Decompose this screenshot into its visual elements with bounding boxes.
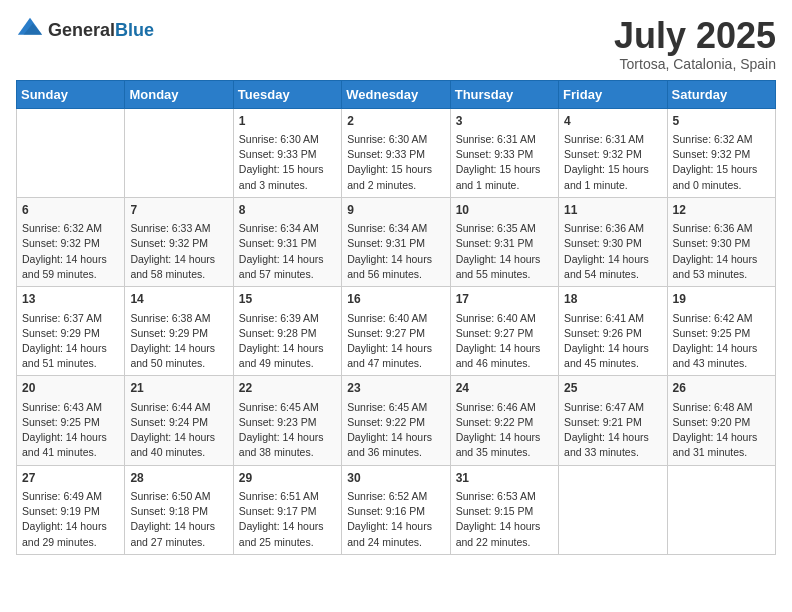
day-info: and 1 minute. (456, 178, 553, 193)
day-info: Sunrise: 6:36 AM (673, 221, 770, 236)
day-info: and 55 minutes. (456, 267, 553, 282)
day-info: Sunset: 9:16 PM (347, 504, 444, 519)
day-info: Sunset: 9:33 PM (239, 147, 336, 162)
day-number: 5 (673, 113, 770, 130)
day-info: Daylight: 14 hours (130, 252, 227, 267)
day-info: and 41 minutes. (22, 445, 119, 460)
page-header: GeneralBlue July 2025 Tortosa, Catalonia… (16, 16, 776, 72)
day-number: 12 (673, 202, 770, 219)
day-info: Sunrise: 6:47 AM (564, 400, 661, 415)
day-info: Sunset: 9:19 PM (22, 504, 119, 519)
day-info: Daylight: 14 hours (239, 519, 336, 534)
day-header-monday: Monday (125, 80, 233, 108)
day-info: Sunrise: 6:40 AM (347, 311, 444, 326)
day-info: Daylight: 14 hours (239, 341, 336, 356)
day-info: Daylight: 14 hours (673, 430, 770, 445)
day-number: 8 (239, 202, 336, 219)
day-cell-13: 13Sunrise: 6:37 AMSunset: 9:29 PMDayligh… (17, 287, 125, 376)
day-info: and 56 minutes. (347, 267, 444, 282)
month-title: July 2025 (614, 16, 776, 56)
day-info: and 43 minutes. (673, 356, 770, 371)
day-info: Sunset: 9:20 PM (673, 415, 770, 430)
day-info: and 1 minute. (564, 178, 661, 193)
day-info: and 58 minutes. (130, 267, 227, 282)
day-cell-4: 4Sunrise: 6:31 AMSunset: 9:32 PMDaylight… (559, 108, 667, 197)
day-header-thursday: Thursday (450, 80, 558, 108)
day-number: 4 (564, 113, 661, 130)
day-info: Sunset: 9:32 PM (130, 236, 227, 251)
day-info: Sunrise: 6:48 AM (673, 400, 770, 415)
week-row-3: 13Sunrise: 6:37 AMSunset: 9:29 PMDayligh… (17, 287, 776, 376)
day-info: Sunrise: 6:41 AM (564, 311, 661, 326)
day-cell-15: 15Sunrise: 6:39 AMSunset: 9:28 PMDayligh… (233, 287, 341, 376)
day-info: Sunrise: 6:31 AM (456, 132, 553, 147)
empty-cell (125, 108, 233, 197)
day-info: and 25 minutes. (239, 535, 336, 550)
day-info: Daylight: 14 hours (456, 341, 553, 356)
day-info: Daylight: 14 hours (347, 430, 444, 445)
day-cell-19: 19Sunrise: 6:42 AMSunset: 9:25 PMDayligh… (667, 287, 775, 376)
day-cell-23: 23Sunrise: 6:45 AMSunset: 9:22 PMDayligh… (342, 376, 450, 465)
empty-cell (667, 465, 775, 554)
empty-cell (559, 465, 667, 554)
day-number: 7 (130, 202, 227, 219)
day-info: Daylight: 14 hours (239, 430, 336, 445)
day-header-saturday: Saturday (667, 80, 775, 108)
day-info: Daylight: 15 hours (456, 162, 553, 177)
day-info: and 3 minutes. (239, 178, 336, 193)
empty-cell (17, 108, 125, 197)
day-number: 20 (22, 380, 119, 397)
day-info: Sunset: 9:28 PM (239, 326, 336, 341)
day-number: 14 (130, 291, 227, 308)
day-cell-31: 31Sunrise: 6:53 AMSunset: 9:15 PMDayligh… (450, 465, 558, 554)
day-cell-1: 1Sunrise: 6:30 AMSunset: 9:33 PMDaylight… (233, 108, 341, 197)
day-info: Daylight: 15 hours (347, 162, 444, 177)
day-number: 16 (347, 291, 444, 308)
day-info: Sunset: 9:32 PM (564, 147, 661, 162)
day-info: and 22 minutes. (456, 535, 553, 550)
day-info: Sunrise: 6:35 AM (456, 221, 553, 236)
logo-text-blue: Blue (115, 20, 154, 40)
day-info: Daylight: 15 hours (239, 162, 336, 177)
day-info: Sunset: 9:24 PM (130, 415, 227, 430)
day-info: Daylight: 14 hours (673, 252, 770, 267)
day-info: Daylight: 14 hours (673, 341, 770, 356)
day-info: Daylight: 14 hours (564, 252, 661, 267)
day-info: Sunset: 9:23 PM (239, 415, 336, 430)
day-info: Sunset: 9:21 PM (564, 415, 661, 430)
days-header-row: SundayMondayTuesdayWednesdayThursdayFrid… (17, 80, 776, 108)
week-row-5: 27Sunrise: 6:49 AMSunset: 9:19 PMDayligh… (17, 465, 776, 554)
day-header-tuesday: Tuesday (233, 80, 341, 108)
day-info: Sunrise: 6:45 AM (239, 400, 336, 415)
day-info: and 2 minutes. (347, 178, 444, 193)
day-info: Daylight: 14 hours (347, 519, 444, 534)
day-info: Sunset: 9:31 PM (456, 236, 553, 251)
day-info: Sunset: 9:32 PM (673, 147, 770, 162)
day-info: and 29 minutes. (22, 535, 119, 550)
day-info: and 51 minutes. (22, 356, 119, 371)
day-cell-29: 29Sunrise: 6:51 AMSunset: 9:17 PMDayligh… (233, 465, 341, 554)
day-cell-9: 9Sunrise: 6:34 AMSunset: 9:31 PMDaylight… (342, 197, 450, 286)
day-cell-30: 30Sunrise: 6:52 AMSunset: 9:16 PMDayligh… (342, 465, 450, 554)
day-info: Sunrise: 6:30 AM (347, 132, 444, 147)
day-info: and 59 minutes. (22, 267, 119, 282)
day-info: Daylight: 15 hours (673, 162, 770, 177)
day-info: Sunrise: 6:53 AM (456, 489, 553, 504)
day-header-friday: Friday (559, 80, 667, 108)
day-info: Sunset: 9:29 PM (130, 326, 227, 341)
day-info: Sunset: 9:33 PM (347, 147, 444, 162)
day-info: Sunset: 9:22 PM (347, 415, 444, 430)
day-number: 25 (564, 380, 661, 397)
day-cell-25: 25Sunrise: 6:47 AMSunset: 9:21 PMDayligh… (559, 376, 667, 465)
day-info: Sunrise: 6:31 AM (564, 132, 661, 147)
week-row-1: 1Sunrise: 6:30 AMSunset: 9:33 PMDaylight… (17, 108, 776, 197)
calendar-table: SundayMondayTuesdayWednesdayThursdayFrid… (16, 80, 776, 555)
day-info: Sunrise: 6:33 AM (130, 221, 227, 236)
day-info: Daylight: 14 hours (456, 519, 553, 534)
day-number: 2 (347, 113, 444, 130)
day-cell-27: 27Sunrise: 6:49 AMSunset: 9:19 PMDayligh… (17, 465, 125, 554)
day-info: Sunset: 9:18 PM (130, 504, 227, 519)
day-info: and 38 minutes. (239, 445, 336, 460)
title-section: July 2025 Tortosa, Catalonia, Spain (614, 16, 776, 72)
day-info: Sunset: 9:25 PM (673, 326, 770, 341)
